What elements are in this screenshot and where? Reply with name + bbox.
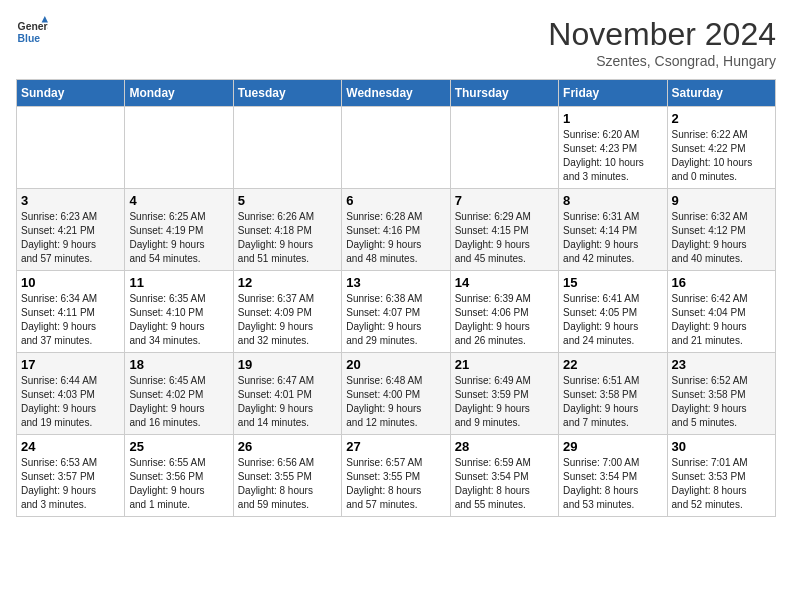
day-number: 9 [672,193,771,208]
calendar-cell: 5Sunrise: 6:26 AM Sunset: 4:18 PM Daylig… [233,189,341,271]
day-number: 3 [21,193,120,208]
month-title: November 2024 [548,16,776,53]
day-info: Sunrise: 6:44 AM Sunset: 4:03 PM Dayligh… [21,374,120,430]
svg-text:Blue: Blue [18,33,41,44]
calendar-cell: 4Sunrise: 6:25 AM Sunset: 4:19 PM Daylig… [125,189,233,271]
calendar-week-row: 24Sunrise: 6:53 AM Sunset: 3:57 PM Dayli… [17,435,776,517]
day-number: 26 [238,439,337,454]
calendar-cell: 2Sunrise: 6:22 AM Sunset: 4:22 PM Daylig… [667,107,775,189]
day-info: Sunrise: 7:01 AM Sunset: 3:53 PM Dayligh… [672,456,771,512]
day-number: 6 [346,193,445,208]
calendar-cell: 26Sunrise: 6:56 AM Sunset: 3:55 PM Dayli… [233,435,341,517]
day-number: 17 [21,357,120,372]
day-number: 8 [563,193,662,208]
day-number: 14 [455,275,554,290]
calendar-cell: 3Sunrise: 6:23 AM Sunset: 4:21 PM Daylig… [17,189,125,271]
logo-icon: General Blue [16,16,48,48]
day-number: 24 [21,439,120,454]
logo: General Blue [16,16,48,48]
calendar-cell: 18Sunrise: 6:45 AM Sunset: 4:02 PM Dayli… [125,353,233,435]
calendar-cell [233,107,341,189]
calendar-cell: 23Sunrise: 6:52 AM Sunset: 3:58 PM Dayli… [667,353,775,435]
calendar-cell: 29Sunrise: 7:00 AM Sunset: 3:54 PM Dayli… [559,435,667,517]
day-info: Sunrise: 6:26 AM Sunset: 4:18 PM Dayligh… [238,210,337,266]
day-info: Sunrise: 6:22 AM Sunset: 4:22 PM Dayligh… [672,128,771,184]
day-number: 22 [563,357,662,372]
calendar-cell [125,107,233,189]
day-info: Sunrise: 6:34 AM Sunset: 4:11 PM Dayligh… [21,292,120,348]
svg-text:General: General [18,21,48,32]
day-info: Sunrise: 6:56 AM Sunset: 3:55 PM Dayligh… [238,456,337,512]
calendar-cell: 8Sunrise: 6:31 AM Sunset: 4:14 PM Daylig… [559,189,667,271]
day-number: 5 [238,193,337,208]
day-info: Sunrise: 6:45 AM Sunset: 4:02 PM Dayligh… [129,374,228,430]
day-info: Sunrise: 6:23 AM Sunset: 4:21 PM Dayligh… [21,210,120,266]
location: Szentes, Csongrad, Hungary [548,53,776,69]
day-number: 29 [563,439,662,454]
calendar-cell: 13Sunrise: 6:38 AM Sunset: 4:07 PM Dayli… [342,271,450,353]
calendar-cell: 22Sunrise: 6:51 AM Sunset: 3:58 PM Dayli… [559,353,667,435]
day-number: 15 [563,275,662,290]
calendar-week-row: 17Sunrise: 6:44 AM Sunset: 4:03 PM Dayli… [17,353,776,435]
day-number: 23 [672,357,771,372]
calendar-cell: 16Sunrise: 6:42 AM Sunset: 4:04 PM Dayli… [667,271,775,353]
calendar-week-row: 1Sunrise: 6:20 AM Sunset: 4:23 PM Daylig… [17,107,776,189]
day-info: Sunrise: 6:37 AM Sunset: 4:09 PM Dayligh… [238,292,337,348]
day-number: 18 [129,357,228,372]
day-number: 2 [672,111,771,126]
day-number: 16 [672,275,771,290]
calendar-cell: 25Sunrise: 6:55 AM Sunset: 3:56 PM Dayli… [125,435,233,517]
day-info: Sunrise: 6:59 AM Sunset: 3:54 PM Dayligh… [455,456,554,512]
calendar-cell: 12Sunrise: 6:37 AM Sunset: 4:09 PM Dayli… [233,271,341,353]
day-number: 10 [21,275,120,290]
weekday-header-row: SundayMondayTuesdayWednesdayThursdayFrid… [17,80,776,107]
day-info: Sunrise: 6:57 AM Sunset: 3:55 PM Dayligh… [346,456,445,512]
calendar-week-row: 3Sunrise: 6:23 AM Sunset: 4:21 PM Daylig… [17,189,776,271]
weekday-header: Wednesday [342,80,450,107]
calendar-cell: 17Sunrise: 6:44 AM Sunset: 4:03 PM Dayli… [17,353,125,435]
day-number: 4 [129,193,228,208]
day-number: 12 [238,275,337,290]
weekday-header: Thursday [450,80,558,107]
day-number: 11 [129,275,228,290]
calendar-cell: 21Sunrise: 6:49 AM Sunset: 3:59 PM Dayli… [450,353,558,435]
calendar-cell: 11Sunrise: 6:35 AM Sunset: 4:10 PM Dayli… [125,271,233,353]
weekday-header: Sunday [17,80,125,107]
day-info: Sunrise: 6:51 AM Sunset: 3:58 PM Dayligh… [563,374,662,430]
day-number: 19 [238,357,337,372]
calendar-cell: 30Sunrise: 7:01 AM Sunset: 3:53 PM Dayli… [667,435,775,517]
day-number: 28 [455,439,554,454]
day-info: Sunrise: 6:38 AM Sunset: 4:07 PM Dayligh… [346,292,445,348]
day-number: 1 [563,111,662,126]
day-info: Sunrise: 6:48 AM Sunset: 4:00 PM Dayligh… [346,374,445,430]
calendar-cell: 9Sunrise: 6:32 AM Sunset: 4:12 PM Daylig… [667,189,775,271]
day-info: Sunrise: 6:55 AM Sunset: 3:56 PM Dayligh… [129,456,228,512]
calendar-cell: 7Sunrise: 6:29 AM Sunset: 4:15 PM Daylig… [450,189,558,271]
day-info: Sunrise: 6:20 AM Sunset: 4:23 PM Dayligh… [563,128,662,184]
day-number: 13 [346,275,445,290]
calendar-cell: 24Sunrise: 6:53 AM Sunset: 3:57 PM Dayli… [17,435,125,517]
weekday-header: Tuesday [233,80,341,107]
day-info: Sunrise: 6:49 AM Sunset: 3:59 PM Dayligh… [455,374,554,430]
svg-marker-2 [42,16,48,22]
calendar-cell: 20Sunrise: 6:48 AM Sunset: 4:00 PM Dayli… [342,353,450,435]
calendar-cell: 6Sunrise: 6:28 AM Sunset: 4:16 PM Daylig… [342,189,450,271]
calendar-table: SundayMondayTuesdayWednesdayThursdayFrid… [16,79,776,517]
calendar-cell: 27Sunrise: 6:57 AM Sunset: 3:55 PM Dayli… [342,435,450,517]
weekday-header: Saturday [667,80,775,107]
calendar-cell: 10Sunrise: 6:34 AM Sunset: 4:11 PM Dayli… [17,271,125,353]
day-number: 7 [455,193,554,208]
weekday-header: Monday [125,80,233,107]
calendar-cell [450,107,558,189]
day-info: Sunrise: 6:25 AM Sunset: 4:19 PM Dayligh… [129,210,228,266]
day-number: 25 [129,439,228,454]
day-number: 30 [672,439,771,454]
calendar-cell [342,107,450,189]
calendar-cell: 19Sunrise: 6:47 AM Sunset: 4:01 PM Dayli… [233,353,341,435]
day-info: Sunrise: 6:52 AM Sunset: 3:58 PM Dayligh… [672,374,771,430]
calendar-cell [17,107,125,189]
day-info: Sunrise: 6:41 AM Sunset: 4:05 PM Dayligh… [563,292,662,348]
day-info: Sunrise: 6:35 AM Sunset: 4:10 PM Dayligh… [129,292,228,348]
day-number: 27 [346,439,445,454]
calendar-cell: 28Sunrise: 6:59 AM Sunset: 3:54 PM Dayli… [450,435,558,517]
